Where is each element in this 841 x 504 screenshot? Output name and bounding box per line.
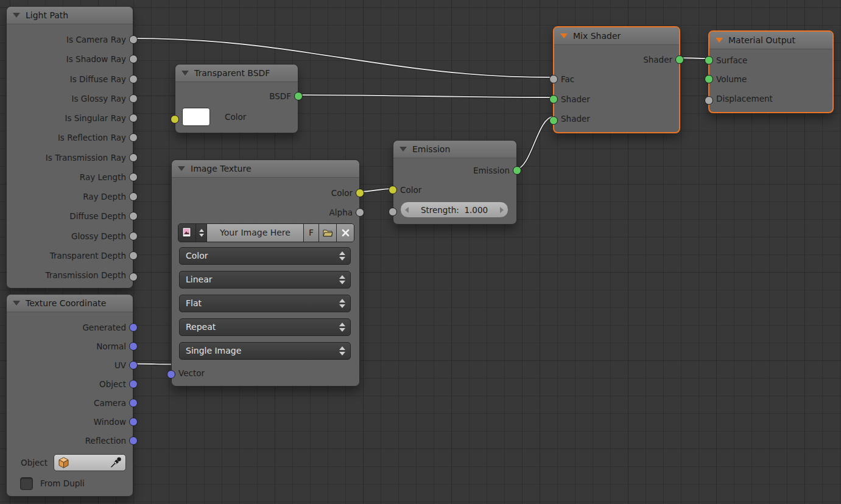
node-transparent-bsdf[interactable]: Transparent BSDF BSDF Color	[175, 64, 298, 133]
image-name-field[interactable]: Your Image Here	[207, 224, 304, 242]
socket-in-displacement[interactable]	[705, 96, 713, 105]
collapse-arrow-icon[interactable]	[13, 301, 20, 306]
socket-in-vector[interactable]	[167, 370, 175, 379]
socket-label: Transparent Depth	[50, 251, 126, 261]
image-thumbnail-icon[interactable]	[178, 224, 196, 242]
socket-out-color[interactable]	[356, 189, 364, 197]
socket-out-is-transmission-ray[interactable]	[129, 153, 138, 162]
node-image-texture[interactable]: Image Texture Color Alpha Your Image Her…	[171, 159, 360, 387]
socket-out-window[interactable]	[129, 418, 138, 426]
node-header[interactable]: Light Path	[7, 7, 133, 24]
input-row: Shader	[554, 89, 679, 109]
object-cube-icon	[58, 457, 69, 469]
socket-out-is-diffuse-ray[interactable]	[129, 75, 138, 83]
fake-user-button[interactable]: F	[304, 224, 319, 242]
eyedropper-icon[interactable]	[110, 457, 122, 469]
socket-in-color[interactable]	[171, 115, 179, 124]
output-row: Alpha	[172, 203, 359, 222]
strength-value: 1.000	[464, 205, 488, 215]
socket-out-normal[interactable]	[129, 342, 138, 351]
output-row: Normal	[7, 337, 133, 355]
socket-out-alpha[interactable]	[356, 208, 364, 217]
node-light-path[interactable]: Light Path Is Camera Ray Is Shadow Ray I…	[6, 6, 133, 289]
color-swatch[interactable]	[182, 108, 210, 126]
socket-out-ray-depth[interactable]	[129, 192, 138, 201]
node-header[interactable]: Emission	[393, 141, 516, 158]
node-header[interactable]: Mix Shader	[554, 27, 679, 45]
socket-out-diffuse-depth[interactable]	[129, 212, 138, 220]
output-row: Is Camera Ray	[7, 30, 133, 49]
socket-in-shader-1[interactable]	[549, 95, 558, 103]
socket-label: Surface	[716, 55, 747, 65]
object-row: Object	[7, 453, 133, 472]
node-emission[interactable]: Emission Emission Color Strength: 1.000	[393, 140, 517, 225]
socket-out-object[interactable]	[129, 380, 138, 388]
socket-out-camera[interactable]	[129, 399, 138, 407]
browse-image-dropdown-icon[interactable]	[196, 224, 207, 242]
socket-in-shader-2[interactable]	[549, 116, 558, 125]
node-title: Light Path	[26, 10, 68, 20]
collapse-arrow-icon[interactable]	[178, 166, 185, 171]
extension-select[interactable]: Repeat	[179, 318, 351, 336]
input-row: Vector	[172, 363, 359, 386]
strength-slider[interactable]: Strength: 1.000	[400, 201, 508, 218]
node-texture-coordinate[interactable]: Texture Coordinate Generated Normal UV O…	[6, 294, 133, 497]
socket-out-generated[interactable]	[129, 323, 138, 332]
output-row: Transmission Depth	[7, 265, 133, 288]
node-header[interactable]: Transparent BSDF	[175, 65, 298, 82]
socket-label: Volume	[716, 74, 747, 84]
socket-in-strength[interactable]	[389, 208, 397, 216]
open-image-button[interactable]	[319, 224, 337, 242]
collapse-arrow-icon[interactable]	[399, 147, 407, 152]
socket-label: Emission	[473, 166, 510, 175]
node-header[interactable]: Material Output	[709, 32, 832, 49]
node-mix-shader[interactable]: Mix Shader Shader Fac Shader Shader	[553, 26, 680, 133]
collapse-arrow-icon[interactable]	[716, 38, 723, 43]
socket-out-bsdf[interactable]	[294, 92, 303, 100]
socket-label: Glossy Depth	[71, 231, 126, 241]
socket-out-shader[interactable]	[675, 55, 684, 64]
socket-out-ray-length[interactable]	[129, 173, 138, 181]
node-title: Material Output	[728, 35, 795, 45]
object-selector-field[interactable]	[54, 454, 126, 471]
socket-in-volume[interactable]	[705, 75, 713, 83]
output-row: Is Transmission Ray	[7, 148, 133, 167]
unlink-image-button[interactable]	[337, 224, 354, 242]
socket-out-is-shadow-ray[interactable]	[129, 55, 138, 63]
from-dupli-checkbox[interactable]	[20, 477, 33, 490]
select-arrows-icon	[339, 346, 345, 355]
collapse-arrow-icon[interactable]	[560, 33, 568, 38]
output-row: Is Shadow Ray	[7, 49, 133, 69]
color-space-select[interactable]: Color	[179, 247, 351, 265]
socket-out-transmission-depth[interactable]	[129, 273, 138, 281]
socket-label: Is Glossy Ray	[72, 94, 126, 103]
socket-out-emission[interactable]	[513, 166, 521, 175]
socket-out-reflection[interactable]	[129, 436, 138, 445]
socket-label: Shader	[561, 94, 590, 104]
socket-in-surface[interactable]	[705, 56, 713, 65]
socket-label: Color	[400, 185, 421, 195]
socket-out-is-reflection-ray[interactable]	[129, 133, 138, 142]
node-title: Mix Shader	[573, 31, 621, 41]
output-row: Color	[172, 183, 359, 203]
socket-out-uv[interactable]	[129, 361, 138, 369]
node-header[interactable]: Texture Coordinate	[7, 295, 133, 312]
socket-out-transparent-depth[interactable]	[129, 251, 138, 260]
socket-out-is-glossy-ray[interactable]	[129, 94, 138, 103]
source-select[interactable]: Single Image	[179, 342, 351, 360]
interpolation-select[interactable]: Linear	[179, 271, 351, 289]
socket-label: Camera	[94, 398, 126, 408]
socket-out-is-singular-ray[interactable]	[129, 114, 138, 122]
socket-in-color[interactable]	[389, 186, 397, 194]
socket-out-is-camera-ray[interactable]	[129, 35, 138, 44]
node-header[interactable]: Image Texture	[172, 160, 359, 178]
socket-in-fac[interactable]	[549, 75, 558, 83]
projection-select[interactable]: Flat	[179, 295, 351, 312]
node-editor-canvas[interactable]: Light Path Is Camera Ray Is Shadow Ray I…	[0, 0, 841, 504]
collapse-arrow-icon[interactable]	[181, 71, 189, 75]
input-row: Displacement	[709, 89, 832, 112]
slider-increase-icon[interactable]	[500, 207, 504, 213]
node-material-output[interactable]: Material Output Surface Volume Displacem…	[708, 30, 834, 113]
socket-out-glossy-depth[interactable]	[129, 232, 138, 240]
collapse-arrow-icon[interactable]	[13, 13, 20, 18]
